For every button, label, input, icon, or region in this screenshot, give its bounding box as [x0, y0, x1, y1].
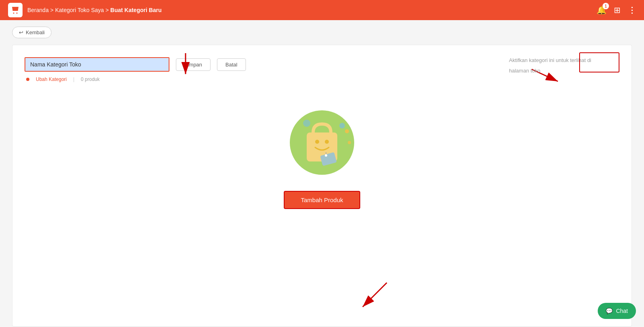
more-icon: ⋮	[628, 6, 636, 14]
empty-bag-illustration	[286, 106, 358, 179]
separator: |	[73, 77, 74, 82]
back-button[interactable]: ↩ Kembali	[12, 27, 52, 38]
breadcrumb-sep2: >	[105, 7, 109, 13]
svg-point-11	[339, 123, 345, 128]
more-menu-button[interactable]: ⋮	[628, 5, 636, 15]
category-name-input[interactable]	[25, 57, 169, 72]
header-icons: 🔔 1 ⊞ ⋮	[597, 5, 636, 15]
add-product-button[interactable]: Tambah Produk	[284, 191, 360, 209]
breadcrumb-middle[interactable]: Kategori Toko Saya	[55, 7, 104, 13]
form-sub-row: Ubah Kategori | 0 produk	[26, 77, 619, 82]
edit-dot-icon	[26, 78, 29, 81]
grid-menu-button[interactable]: ⊞	[614, 5, 621, 15]
svg-point-7	[325, 140, 329, 144]
chat-button[interactable]: 💬 Chat	[598, 303, 636, 319]
breadcrumb-home[interactable]: Beranda	[27, 7, 49, 13]
svg-point-13	[303, 120, 310, 127]
add-product-wrapper: Tambah Produk	[284, 191, 360, 209]
toggle-desc-line2: halaman toko	[509, 67, 541, 75]
svg-point-9	[325, 154, 327, 157]
shopee-logo	[8, 3, 23, 17]
main-card: Simpan Batal Ubah Kategori | 0 produk Ak…	[12, 45, 632, 327]
back-button-label: Kembali	[26, 29, 45, 35]
product-count: 0 produk	[81, 77, 100, 82]
save-button[interactable]: Simpan	[176, 58, 211, 71]
breadcrumb: Beranda > Kategori Toko Saya > Buat Kate…	[27, 7, 162, 13]
svg-line-3	[363, 283, 387, 307]
breadcrumb-sep1: >	[50, 7, 54, 13]
grid-icon: ⊞	[614, 6, 621, 14]
empty-state: Tambah Produk	[25, 82, 619, 209]
notification-bell-button[interactable]: 🔔 1	[597, 5, 607, 15]
breadcrumb-current: Buat Kategori Baru	[110, 7, 162, 13]
chat-icon: 💬	[606, 308, 613, 314]
svg-point-6	[315, 140, 319, 144]
back-section: ↩ Kembali	[0, 20, 644, 45]
back-arrow-icon: ↩	[19, 29, 23, 35]
notification-badge: 1	[603, 3, 609, 9]
svg-point-14	[348, 141, 351, 144]
cancel-button[interactable]: Batal	[217, 58, 246, 71]
svg-point-12	[345, 129, 349, 133]
chat-button-label: Chat	[616, 308, 628, 314]
toggle-box-annotation[interactable]	[579, 52, 619, 72]
edit-category-link[interactable]: Ubah Kategori	[36, 77, 67, 82]
top-header: Beranda > Kategori Toko Saya > Buat Kate…	[0, 0, 644, 20]
